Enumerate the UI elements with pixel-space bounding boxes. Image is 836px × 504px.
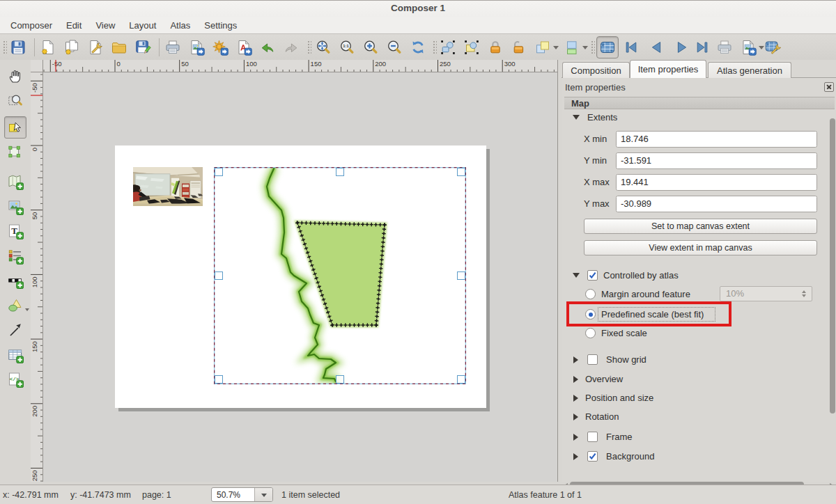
- print-button[interactable]: [164, 38, 181, 56]
- group-items-button[interactable]: [534, 38, 560, 56]
- extent-x-max-input[interactable]: 19.441: [616, 174, 817, 191]
- export-atlas-button[interactable]: [740, 38, 766, 56]
- vertical-scrollbar-thumb[interactable]: [830, 118, 835, 414]
- picture-item[interactable]: [133, 167, 203, 206]
- preview-atlas-button[interactable]: [596, 36, 619, 58]
- add-new-scalebar-button[interactable]: [6, 271, 25, 290]
- spin-down-icon[interactable]: [802, 294, 806, 297]
- move-item-content-tool-button[interactable]: [6, 141, 25, 161]
- select-move-item-button[interactable]: [440, 38, 456, 56]
- export-as-image-button[interactable]: [188, 38, 205, 56]
- tab-atlas-generation[interactable]: Atlas generation: [708, 62, 791, 78]
- extents-expander[interactable]: [573, 115, 580, 120]
- margin-around-feature-radio[interactable]: [585, 289, 596, 299]
- spin-up-icon[interactable]: [802, 290, 806, 293]
- lock-icon: [487, 39, 504, 56]
- add-shape-button[interactable]: [6, 296, 25, 315]
- composer-manager-button[interactable]: [87, 38, 104, 56]
- zoom-full-button[interactable]: [315, 38, 332, 56]
- title-bar[interactable]: Composer 1: [0, 0, 836, 17]
- tab-item-properties[interactable]: Item properties: [630, 60, 706, 78]
- overview-expander[interactable]: [573, 376, 578, 383]
- vertical-scrollbar[interactable]: [829, 110, 836, 479]
- selection-handle-top-center[interactable]: [336, 168, 344, 176]
- menu-composer[interactable]: Composer: [3, 17, 59, 33]
- zoom-tool-button[interactable]: [6, 91, 25, 111]
- atlas-settings-button[interactable]: [764, 38, 781, 56]
- save-as-template-button[interactable]: [134, 38, 151, 56]
- export-as-svg-button[interactable]: [212, 38, 229, 56]
- add-html-frame-button[interactable]: [6, 370, 25, 389]
- undo-button[interactable]: [259, 38, 276, 56]
- show-grid-checkbox[interactable]: [587, 354, 598, 365]
- selection-handle-top-left[interactable]: [215, 168, 223, 176]
- export-as-pdf-button[interactable]: [235, 38, 252, 56]
- fixed-scale-radio[interactable]: [585, 328, 596, 338]
- show-grid-expander[interactable]: [573, 356, 578, 363]
- redo-button[interactable]: [283, 38, 300, 56]
- selection-handle-bottom-right[interactable]: [457, 375, 465, 384]
- composition-canvas[interactable]: [43, 72, 557, 482]
- add-new-label-button[interactable]: [6, 221, 25, 241]
- extent-x-min-input[interactable]: 18.746: [616, 131, 817, 148]
- add-arrow-button[interactable]: [6, 320, 25, 340]
- set-to-map-canvas-extent-button[interactable]: Set to map canvas extent: [584, 219, 817, 234]
- zoom-out-icon: [386, 39, 403, 56]
- controlled-by-atlas-expander[interactable]: [573, 273, 580, 278]
- rotation-expander[interactable]: [573, 414, 578, 420]
- position-and-size-expander[interactable]: [573, 395, 578, 402]
- main-toolbar: [0, 33, 836, 60]
- zoom-level-combo[interactable]: 50.7%: [211, 487, 273, 502]
- raise-selected-items-button[interactable]: [564, 38, 589, 56]
- close-icon[interactable]: [824, 82, 834, 92]
- menu-layout[interactable]: Layout: [122, 17, 163, 33]
- selection-handle-middle-left[interactable]: [215, 271, 223, 280]
- add-new-map-button[interactable]: [6, 172, 25, 191]
- zoom-combo-dropdown[interactable]: [254, 488, 272, 501]
- background-expander[interactable]: [573, 453, 578, 460]
- select-move-item-tool-button[interactable]: [4, 116, 26, 139]
- atlas-last-feature-button[interactable]: [694, 38, 711, 56]
- save-project-button[interactable]: [10, 38, 26, 56]
- atlas-previous-feature-button[interactable]: [648, 38, 665, 56]
- background-checkbox[interactable]: [587, 451, 598, 462]
- raise-items-icon: [564, 39, 580, 56]
- zoom-in-button[interactable]: [362, 38, 379, 56]
- selection-handle-top-right[interactable]: [457, 168, 465, 176]
- frame-expander[interactable]: [573, 434, 578, 441]
- extent-y-min-input[interactable]: -31.591: [616, 152, 817, 169]
- selection-handle-bottom-center[interactable]: [336, 375, 344, 384]
- tab-composition[interactable]: Composition: [562, 62, 630, 78]
- atlas-next-feature-button[interactable]: [674, 38, 690, 56]
- export-atlas-icon: [740, 39, 757, 56]
- spinbox-arrows-icon[interactable]: [802, 290, 808, 299]
- menu-atlas[interactable]: Atlas: [163, 17, 197, 33]
- pan-tool-button[interactable]: [6, 66, 25, 86]
- selection-handle-bottom-left[interactable]: [215, 375, 223, 384]
- load-from-template-button[interactable]: [111, 38, 127, 56]
- zoom-out-button[interactable]: [386, 38, 403, 56]
- refresh-view-button[interactable]: [410, 38, 426, 56]
- controlled-by-atlas-checkbox[interactable]: [587, 270, 598, 281]
- toolbar-separator: [34, 38, 35, 56]
- map-item[interactable]: [214, 167, 466, 384]
- menu-view[interactable]: View: [88, 17, 122, 33]
- frame-checkbox[interactable]: [587, 432, 598, 442]
- unlock-all-items-button[interactable]: [511, 38, 527, 56]
- atlas-first-feature-button[interactable]: [623, 38, 640, 56]
- add-image-button[interactable]: [6, 197, 25, 216]
- menu-settings[interactable]: Settings: [197, 17, 244, 33]
- add-new-legend-button[interactable]: [6, 246, 25, 266]
- extent-y-max-input[interactable]: -30.989: [616, 196, 817, 212]
- move-item-content-button[interactable]: [463, 38, 480, 56]
- selection-handle-middle-right[interactable]: [457, 271, 465, 280]
- margin-spinbox[interactable]: 10%: [720, 286, 812, 301]
- print-atlas-button[interactable]: [716, 38, 733, 56]
- duplicate-composition-button[interactable]: [63, 38, 80, 56]
- add-attribute-table-button[interactable]: [6, 345, 25, 365]
- lock-selected-items-button[interactable]: [487, 38, 504, 56]
- zoom-actual-size-button[interactable]: [339, 38, 355, 56]
- view-extent-in-map-canvas-button[interactable]: View extent in map canvas: [584, 240, 817, 255]
- menu-edit[interactable]: Edit: [59, 17, 88, 33]
- new-composition-button[interactable]: [40, 38, 56, 56]
